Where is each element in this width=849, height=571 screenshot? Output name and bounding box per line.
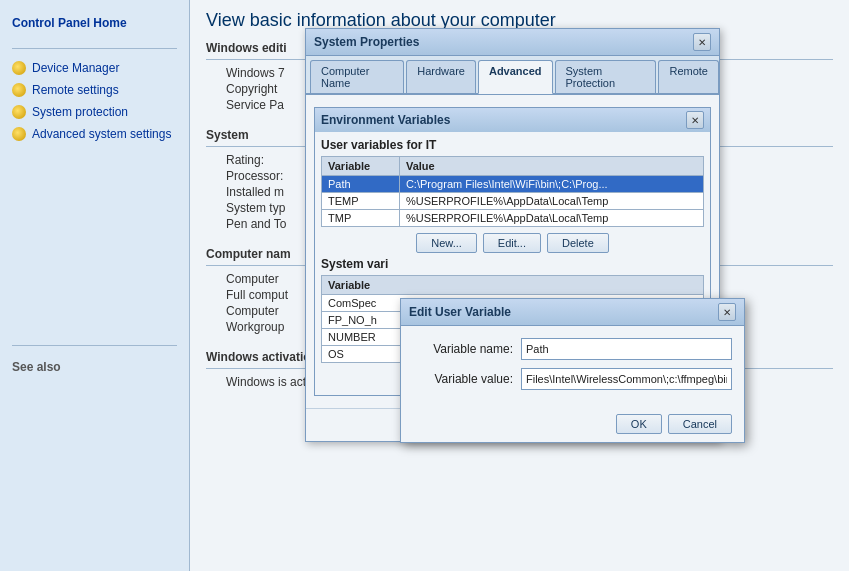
system-properties-titlebar: System Properties ✕ [306, 29, 719, 56]
var-value: %USERPROFILE%\AppData\Local\Temp [399, 193, 703, 210]
col-variable: Variable [322, 157, 400, 176]
see-also-label: See also [0, 354, 189, 380]
sidebar-item-label: Advanced system settings [32, 127, 171, 141]
user-edit-button[interactable]: Edit... [483, 233, 541, 253]
computer-label: Computer [226, 272, 279, 286]
edit-var-footer: OK Cancel [401, 410, 744, 442]
variable-value-label: Variable value: [413, 372, 513, 386]
variable-name-input[interactable] [521, 338, 732, 360]
workgroup-label: Workgroup [226, 320, 284, 334]
full-computer-label: Full comput [226, 288, 288, 302]
table-row[interactable]: TEMP %USERPROFILE%\AppData\Local\Temp [322, 193, 704, 210]
pen-label: Pen and To [226, 217, 287, 231]
remote-settings-icon [12, 83, 26, 97]
var-name: TMP [322, 210, 400, 227]
system-properties-tabs: Computer Name Hardware Advanced System P… [306, 56, 719, 95]
sidebar-item-label: Device Manager [32, 61, 119, 75]
var-value: C:\Program Files\Intel\WiFi\bin\;C:\Prog… [399, 176, 703, 193]
edit-var-title: Edit User Variable [409, 305, 511, 319]
sidebar-item-device-manager[interactable]: Device Manager [0, 57, 189, 79]
edit-var-close-button[interactable]: ✕ [718, 303, 736, 321]
sidebar-item-system-protection[interactable]: System protection [0, 101, 189, 123]
tab-system-protection[interactable]: System Protection [555, 60, 657, 93]
sys-col-variable: Variable [322, 276, 704, 295]
table-row[interactable]: Path C:\Program Files\Intel\WiFi\bin\;C:… [322, 176, 704, 193]
user-variables-heading: User variables for IT [321, 138, 704, 152]
edit-cancel-button[interactable]: Cancel [668, 414, 732, 434]
edit-var-body: Variable name: Variable value: [401, 326, 744, 410]
env-var-titlebar: Environment Variables ✕ [315, 108, 710, 132]
var-value: %USERPROFILE%\AppData\Local\Temp [399, 210, 703, 227]
system-properties-title: System Properties [314, 35, 419, 49]
windows-version: Windows 7 [226, 66, 285, 80]
system-protection-icon [12, 105, 26, 119]
edit-var-titlebar: Edit User Variable ✕ [401, 299, 744, 326]
sidebar-item-advanced-system-settings[interactable]: Advanced system settings [0, 123, 189, 145]
computer2-label: Computer [226, 304, 279, 318]
processor-label: Processor: [226, 169, 283, 183]
sys-var-heading: System vari [321, 257, 704, 271]
user-variables-table: Variable Value Path C:\Program Files\Int… [321, 156, 704, 227]
rating-label: Rating: [226, 153, 264, 167]
variable-name-label: Variable name: [413, 342, 513, 356]
variable-value-row: Variable value: [413, 368, 732, 390]
tab-hardware[interactable]: Hardware [406, 60, 476, 93]
variable-value-input[interactable] [521, 368, 732, 390]
system-type-label: System typ [226, 201, 285, 215]
system-properties-close-button[interactable]: ✕ [693, 33, 711, 51]
service-pack-text: Service Pa [226, 98, 284, 112]
installed-label: Installed m [226, 185, 284, 199]
env-var-title: Environment Variables [321, 113, 450, 127]
user-delete-button[interactable]: Delete [547, 233, 609, 253]
user-new-button[interactable]: New... [416, 233, 477, 253]
sidebar-item-label: Remote settings [32, 83, 119, 97]
edit-ok-button[interactable]: OK [616, 414, 662, 434]
var-name: TEMP [322, 193, 400, 210]
tab-computer-name[interactable]: Computer Name [310, 60, 404, 93]
device-manager-icon [12, 61, 26, 75]
variable-name-row: Variable name: [413, 338, 732, 360]
var-name: Path [322, 176, 400, 193]
sidebar-title: Control Panel Home [0, 10, 189, 40]
env-var-close-button[interactable]: ✕ [686, 111, 704, 129]
tab-advanced[interactable]: Advanced [478, 60, 553, 94]
col-value: Value [399, 157, 703, 176]
edit-user-variable-dialog: Edit User Variable ✕ Variable name: Vari… [400, 298, 745, 443]
sidebar: Control Panel Home Device Manager Remote… [0, 0, 190, 571]
sidebar-item-label: System protection [32, 105, 128, 119]
tab-remote[interactable]: Remote [658, 60, 719, 93]
advanced-system-icon [12, 127, 26, 141]
copyright-text: Copyright [226, 82, 277, 96]
table-row[interactable]: TMP %USERPROFILE%\AppData\Local\Temp [322, 210, 704, 227]
sidebar-item-remote-settings[interactable]: Remote settings [0, 79, 189, 101]
user-var-buttons: New... Edit... Delete [321, 233, 704, 253]
